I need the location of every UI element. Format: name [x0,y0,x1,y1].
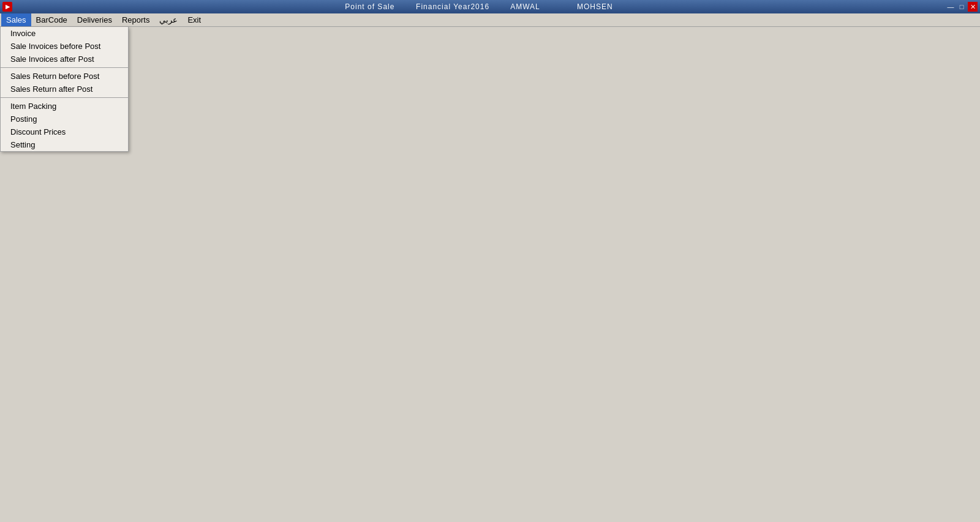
dropdown-item-setting[interactable]: Setting [1,138,128,151]
dropdown-item-sale-invoices-after-post[interactable]: Sale Invoices after Post [1,53,128,65]
main-content [0,27,980,522]
menu-exit-label: Exit [187,15,201,24]
dropdown-item-item-packing[interactable]: Item Packing [1,100,128,113]
menu-item-sales[interactable]: Sales [1,13,31,26]
menu-arabic-label: عربي [159,15,178,24]
dropdown-item-discount-prices[interactable]: Discount Prices [1,125,128,138]
dropdown-item-invoice[interactable]: Invoice [1,27,128,40]
app-icon: ▶ [2,2,12,12]
title-bar-controls: — □ ✕ [946,2,978,12]
app-name-label: Point of Sale [345,2,394,11]
menu-item-exit[interactable]: Exit [183,13,206,26]
dropdown-item-posting[interactable]: Posting [1,113,128,125]
user-label: MOHSEN [577,2,613,11]
dropdown-item-sale-invoices-before-post[interactable]: Sale Invoices before Post [1,40,128,53]
menu-item-deliveries[interactable]: Deliveries [72,13,117,26]
dropdown-separator-1 [1,67,128,68]
menu-item-reports[interactable]: Reports [117,13,155,26]
sales-dropdown-menu: Invoice Sale Invoices before Post Sale I… [0,27,129,152]
close-button[interactable]: ✕ [968,2,978,12]
menu-sales-label: Sales [6,15,26,24]
dropdown-item-sales-return-after-post[interactable]: Sales Return after Post [1,83,128,95]
dropdown-item-sales-return-before-post[interactable]: Sales Return before Post [1,70,128,83]
company-label: AMWAL [510,2,540,11]
title-bar-left: ▶ [2,2,12,12]
menu-barcode-label: BarCode [36,15,67,24]
menu-item-arabic[interactable]: عربي [154,13,183,26]
financial-year-label: Financial Year2016 [416,2,489,11]
menu-item-barcode[interactable]: BarCode [31,13,72,26]
title-bar: ▶ Point of Sale Financial Year2016 AMWAL… [0,0,980,13]
minimize-button[interactable]: — [946,2,956,12]
menu-bar: Sales BarCode Deliveries Reports عربي Ex… [0,13,980,27]
menu-deliveries-label: Deliveries [77,15,112,24]
maximize-button[interactable]: □ [957,2,967,12]
menu-reports-label: Reports [122,15,150,24]
dropdown-separator-2 [1,97,128,98]
title-bar-center: Point of Sale Financial Year2016 AMWAL M… [12,2,946,11]
